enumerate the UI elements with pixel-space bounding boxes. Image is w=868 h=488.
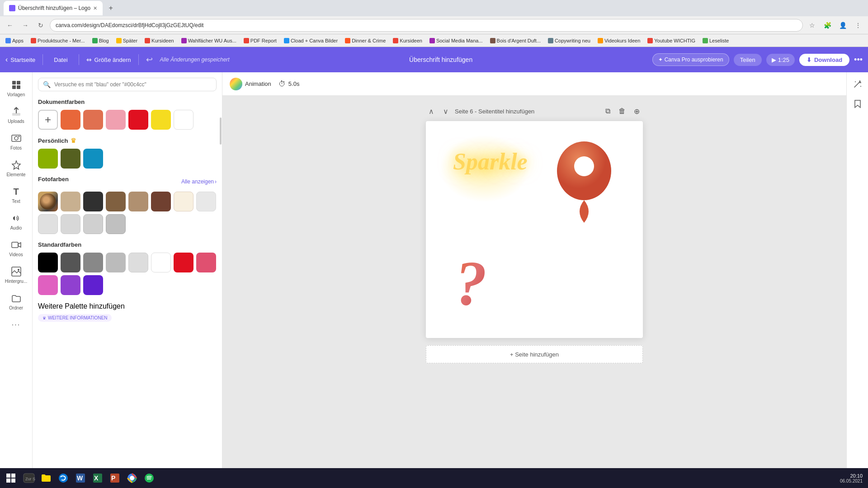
page-down-button[interactable]: ∨ <box>440 106 451 117</box>
std-white[interactable] <box>151 253 171 272</box>
resize-button[interactable]: ⇔ Größe ändern <box>86 56 131 63</box>
personal-color-lime[interactable] <box>38 149 58 169</box>
bookmark-kursideen2[interactable]: Kursideen <box>391 38 424 43</box>
add-page-header-button[interactable]: ⊕ <box>630 105 643 117</box>
bookmark-wahlfaecher[interactable]: Wahlfächer WU Aus... <box>179 38 238 43</box>
photo-color-lgray4[interactable] <box>61 214 80 234</box>
bookmark-pdf[interactable]: PDF Report <box>242 38 278 43</box>
file-button[interactable]: Datei <box>50 55 71 65</box>
canva-pro-button[interactable]: ✦ Canva Pro ausprobieren <box>652 53 729 66</box>
doc-color-white[interactable] <box>174 110 193 130</box>
browser-menu-btn[interactable]: ⋮ <box>852 19 864 32</box>
std-light-gray[interactable] <box>106 253 126 272</box>
std-pink-red[interactable] <box>196 253 216 272</box>
tab-close-button[interactable]: ✕ <box>93 5 97 11</box>
active-browser-tab[interactable]: Überschrift hinzufügen – Logo ✕ <box>4 1 103 15</box>
more-info-button[interactable]: ♛ WEITERE INFORMATIONEN <box>38 314 112 322</box>
photo-color-dark-brown[interactable] <box>151 192 171 211</box>
home-button[interactable]: ‹ Startseite <box>5 56 35 64</box>
bookmark-leseliste[interactable]: Leseliste <box>701 38 731 43</box>
sidebar-item-text[interactable]: T Text <box>2 183 31 207</box>
add-palette-button[interactable]: Weitere Palette hinzufügen <box>38 302 217 310</box>
bookmark-produktsuche[interactable]: Produktsuche - Mer... <box>29 38 87 43</box>
taskbar-edge-button[interactable] <box>55 470 71 486</box>
sidebar-item-vorlagen[interactable]: Vorlagen <box>2 76 31 101</box>
share-button[interactable]: Teilen <box>734 54 762 66</box>
doc-color-orange[interactable] <box>61 110 80 130</box>
bookmark-videokurs[interactable]: Videokurs Ideen <box>596 38 642 43</box>
doc-color-pink[interactable] <box>106 110 126 130</box>
more-options-button[interactable]: ••• <box>854 55 863 65</box>
photo-color-dark-gray[interactable] <box>83 192 103 211</box>
photo-color-beige[interactable] <box>61 192 80 211</box>
std-black[interactable] <box>38 253 58 272</box>
address-bar[interactable]: canva.com/design/DAEdomzsci/drBfjHdCojll… <box>50 19 803 32</box>
color-search-bar[interactable]: 🔍 <box>38 78 217 91</box>
photo-color-tan[interactable] <box>128 192 148 211</box>
sidebar-item-audio[interactable]: Audio <box>2 209 31 234</box>
canvas-page[interactable]: Sparkle <box>426 121 643 338</box>
play-button[interactable]: ▶ 1:25 <box>766 54 795 66</box>
sidebar-item-videos[interactable]: Videos <box>2 236 31 261</box>
taskbar-word-button[interactable]: W <box>72 470 89 486</box>
profile-btn[interactable]: 👤 <box>836 19 849 32</box>
std-red[interactable] <box>174 253 193 272</box>
document-title[interactable]: Überschrift hinzufügen <box>409 56 472 63</box>
bookmark-kursideen[interactable]: Kursideen <box>143 38 176 43</box>
bookmark-copywriting[interactable]: Copywriting neu <box>546 38 592 43</box>
bookmark-bois[interactable]: Bois d'Argent Duft... <box>488 38 542 43</box>
bookmark-youtube[interactable]: Youtube WICHTIG <box>646 38 697 43</box>
std-purple[interactable] <box>61 275 80 295</box>
page-up-button[interactable]: ∧ <box>426 106 437 117</box>
reload-button[interactable]: ↻ <box>34 19 47 32</box>
taskbar-excel-button[interactable]: X <box>90 470 106 486</box>
taskbar-chrome-button[interactable] <box>124 470 140 486</box>
sidebar-item-ordner[interactable]: Ordner <box>2 289 31 314</box>
std-gray[interactable] <box>83 253 103 272</box>
bookmark-blog[interactable]: Blog <box>90 38 111 43</box>
new-tab-button[interactable]: + <box>104 2 117 14</box>
photo-color-lgray5[interactable] <box>83 214 103 234</box>
photo-color-lgray3[interactable] <box>38 214 58 234</box>
sidebar-item-fotos[interactable]: Fotos <box>2 129 31 154</box>
canvas-scroll-area[interactable]: ∧ ∨ Seite 6 - Seitentitel hinzufügen ⧉ 🗑… <box>222 96 846 468</box>
extensions-btn[interactable]: 🧩 <box>821 19 834 32</box>
doc-color-yellow[interactable] <box>151 110 171 130</box>
bookmark-canva[interactable]: Cload + Canva Bilder <box>282 38 340 43</box>
download-button[interactable]: ⬇ Download <box>799 54 849 66</box>
windows-start-button[interactable] <box>2 469 20 487</box>
personal-color-blue[interactable] <box>83 149 103 169</box>
std-dark-gray[interactable] <box>61 253 80 272</box>
scrollbar-thumb[interactable] <box>220 117 222 145</box>
show-all-button[interactable]: Alle anzeigen › <box>181 178 217 185</box>
bookmark-spaeter[interactable]: Später <box>114 38 139 43</box>
photo-color-lgray1[interactable] <box>174 192 193 211</box>
photo-color-lgray2[interactable] <box>196 192 216 211</box>
doc-color-red[interactable] <box>128 110 148 130</box>
forward-button[interactable]: → <box>19 19 32 32</box>
taskbar-files-button[interactable] <box>38 470 54 486</box>
bookmark-button[interactable] <box>849 96 866 112</box>
color-search-input[interactable] <box>54 81 212 88</box>
animation-button[interactable]: Animation <box>230 78 271 90</box>
std-dark-purple[interactable] <box>83 275 103 295</box>
delete-page-button[interactable]: 🗑 <box>616 105 628 117</box>
sidebar-item-more[interactable]: ··· <box>2 316 31 334</box>
add-color-button[interactable]: + <box>38 110 58 130</box>
undo-button[interactable]: ↩ <box>146 55 153 65</box>
std-pink[interactable] <box>38 275 58 295</box>
bookmark-apps[interactable]: Apps <box>4 38 25 43</box>
back-button[interactable]: ← <box>4 19 16 32</box>
sidebar-item-hintergrund[interactable]: Hintergru... <box>2 263 31 287</box>
photo-color-brown[interactable] <box>106 192 126 211</box>
timer-button[interactable]: ⏱ 5.0s <box>278 80 300 88</box>
duplicate-page-button[interactable]: ⧉ <box>601 105 614 117</box>
taskbar-powerpoint-button[interactable]: P <box>107 470 123 486</box>
bookmark-dinner[interactable]: Dinner & Crime <box>343 38 387 43</box>
magic-wand-button[interactable] <box>849 76 866 92</box>
taskbar-spotify-button[interactable] <box>141 470 157 486</box>
std-lighter-gray[interactable] <box>128 253 148 272</box>
add-page-button[interactable]: + Seite hinzufügen <box>426 345 643 363</box>
bookmarks-star[interactable]: ☆ <box>806 19 818 32</box>
sidebar-item-elemente[interactable]: Elemente <box>2 156 31 181</box>
